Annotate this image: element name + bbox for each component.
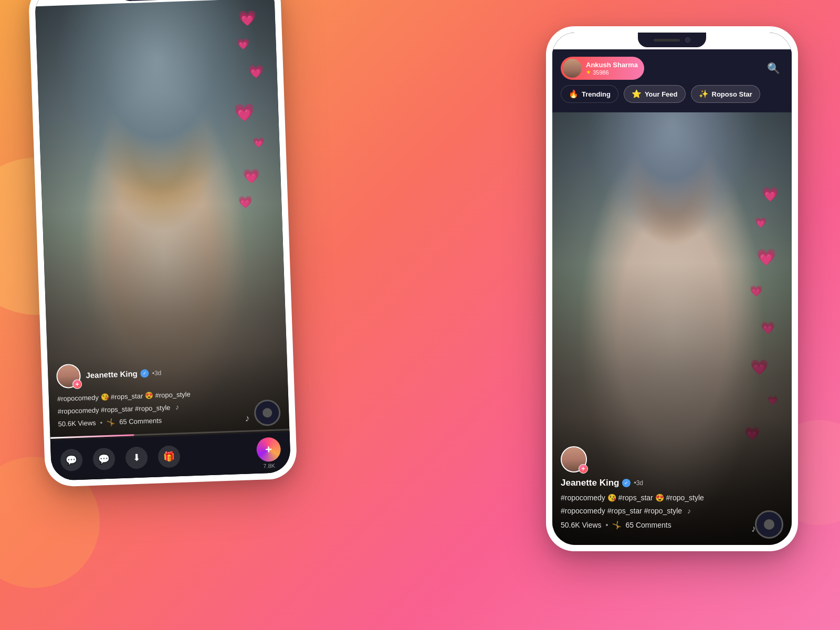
star-icon-chip: ★ bbox=[586, 69, 591, 76]
phone-right-screen: 💗 💗 💗 💗 💗 💗 💗 💗 bbox=[552, 33, 792, 545]
phone-right: 💗 💗 💗 💗 💗 💗 💗 💗 bbox=[546, 26, 798, 551]
time-left: •3d bbox=[152, 369, 162, 377]
time-right: •3d bbox=[634, 479, 643, 487]
username-right[interactable]: Jeanette King bbox=[561, 478, 619, 488]
user-chip[interactable]: Ankush Sharma ★ 35986 bbox=[561, 57, 644, 80]
phone-right-header: Ankush Sharma ★ 35986 🔍 bbox=[552, 54, 792, 80]
comments-emoji-right: 🤸 bbox=[612, 521, 621, 529]
phone-left: 💗 💗 💗 💗 💗 💗 💗 bbox=[28, 0, 297, 487]
whatsapp-btn-left[interactable]: 💬 bbox=[92, 447, 115, 470]
tabs-bar-right: 🔥 Trending ⭐ Your Feed ✨ Roposo Star bbox=[552, 85, 792, 108]
user-info-right: Jeanette King ✓ •3d bbox=[561, 478, 783, 488]
tab-your-feed-label: Your Feed bbox=[645, 90, 678, 98]
whatsapp-icon-left: 💬 bbox=[98, 453, 110, 465]
verified-badge-left: ✓ bbox=[141, 369, 150, 378]
views-right: 50.6K Views bbox=[561, 521, 602, 529]
roposo-star-icon: ✨ bbox=[699, 89, 709, 99]
tab-trending[interactable]: 🔥 Trending bbox=[561, 85, 618, 103]
chip-avatar bbox=[563, 59, 582, 78]
share-count-area: + 7.8K bbox=[256, 437, 281, 469]
music-note-right: ♪ bbox=[687, 507, 691, 515]
verified-badge-right: ✓ bbox=[622, 479, 631, 487]
phone-right-notch-area bbox=[552, 33, 792, 49]
stats-row-right: 50.6K Views • 🤸 65 Comments bbox=[561, 521, 783, 529]
user-row-left: + Jeanette King ✓ •3d bbox=[56, 356, 279, 388]
comment-btn-left[interactable]: 💬 bbox=[60, 448, 82, 471]
plus-badge-left: + bbox=[72, 379, 82, 389]
download-btn-left[interactable]: ⬇ bbox=[125, 446, 148, 469]
comment-icon-left: 💬 bbox=[66, 454, 78, 466]
hashtags-line2-right: #ropocomedy #rops_star #ropo_style ♪ bbox=[561, 506, 783, 517]
tab-roposo-star[interactable]: ✨ Roposo Star bbox=[691, 85, 760, 103]
views-left: 50.6K Views bbox=[58, 419, 96, 428]
plus-badge-right: + bbox=[579, 464, 588, 474]
comments-right[interactable]: 65 Comments bbox=[625, 521, 671, 529]
vinyl-disc-right[interactable] bbox=[755, 510, 783, 539]
search-icon-right: 🔍 bbox=[767, 62, 780, 75]
phone-left-screen: 💗 💗 💗 💗 💗 💗 💗 bbox=[35, 0, 291, 481]
stats-dot-left: • bbox=[100, 418, 102, 426]
phone-right-frame: 💗 💗 💗 💗 💗 💗 💗 💗 bbox=[546, 26, 798, 551]
gift-btn-left[interactable]: 🎁 bbox=[158, 445, 180, 468]
gift-icon-left: 🎁 bbox=[163, 450, 175, 463]
chip-stars: ★ 35986 bbox=[586, 69, 638, 76]
vinyl-outer-left bbox=[254, 399, 281, 426]
user-info-row-left: Jeanette King ✓ •3d bbox=[86, 368, 161, 380]
username-left[interactable]: Jeanette King bbox=[86, 369, 138, 380]
vinyl-inner-right bbox=[764, 519, 774, 530]
phone-right-camera bbox=[685, 37, 690, 43]
tab-roposo-star-label: Roposo Star bbox=[712, 90, 752, 98]
chip-info: Ankush Sharma ★ 35986 bbox=[586, 61, 638, 76]
phone-left-notch-bar bbox=[120, 0, 189, 2]
chip-avatar-face bbox=[563, 59, 582, 78]
plus-action-btn-left[interactable]: + bbox=[256, 437, 281, 462]
tab-trending-label: Trending bbox=[582, 90, 611, 98]
user-info-left: Jeanette King ✓ •3d bbox=[86, 368, 161, 380]
action-icons-left: 💬 💬 ⬇ 🎁 bbox=[60, 445, 180, 471]
avatar-container-left[interactable]: + bbox=[56, 363, 81, 388]
share-count-left: 7.8K bbox=[263, 462, 275, 469]
right-phone-top: Ankush Sharma ★ 35986 🔍 bbox=[552, 49, 792, 112]
chip-name: Ankush Sharma bbox=[586, 61, 638, 69]
hashtags-line2-text-right: #ropocomedy #rops_star #ropo_style bbox=[561, 507, 682, 515]
vinyl-outer-right bbox=[755, 510, 783, 539]
action-bar-left: 💬 💬 ⬇ 🎁 + 7.8K bbox=[50, 432, 291, 481]
phone-left-frame: 💗 💗 💗 💗 💗 💗 💗 bbox=[28, 0, 297, 487]
tab-your-feed[interactable]: ⭐ Your Feed bbox=[624, 85, 686, 103]
user-row-right: + bbox=[561, 446, 783, 472]
stats-dot-right: • bbox=[606, 521, 608, 529]
phone-right-notch-bar bbox=[638, 33, 706, 47]
comments-emoji-left: 🤸 bbox=[107, 418, 116, 426]
vinyl-inner-left bbox=[262, 408, 272, 418]
trending-icon: 🔥 bbox=[569, 89, 579, 99]
chip-score: 35986 bbox=[593, 69, 609, 76]
download-icon-left: ⬇ bbox=[132, 452, 141, 464]
your-feed-icon: ⭐ bbox=[632, 89, 642, 99]
comments-left[interactable]: 65 Comments bbox=[119, 416, 162, 426]
search-btn-right[interactable]: 🔍 bbox=[763, 58, 783, 78]
music-note-float-left: ♪ bbox=[245, 413, 250, 424]
hashtags-line2-text-left: #ropocomedy #rops_star #ropo_style bbox=[58, 404, 171, 415]
music-note-left: ♪ bbox=[175, 403, 180, 411]
vinyl-disc-left[interactable] bbox=[254, 399, 281, 426]
hashtags-line1-right: #ropocomedy 😘 #rops_star 😍 #ropo_style bbox=[561, 492, 783, 503]
content-overlay-left: + Jeanette King ✓ •3d #ropocomedy 😘 #rop… bbox=[47, 348, 289, 438]
phone-right-speaker bbox=[654, 39, 680, 41]
avatar-container-right[interactable]: + bbox=[561, 446, 587, 472]
